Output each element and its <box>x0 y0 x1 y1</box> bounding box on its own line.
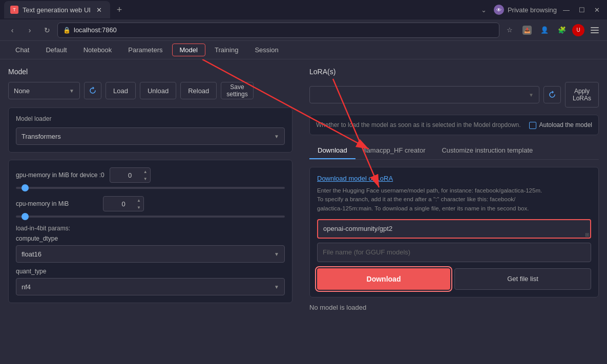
tab-customize[interactable]: Customize instruction template <box>433 142 541 159</box>
unload-button[interactable]: Unload <box>140 82 176 99</box>
tab-llamacpp[interactable]: llamacpp_HF creator <box>355 142 434 159</box>
model-select-arrow: ▼ <box>69 88 74 94</box>
svg-text:👁: 👁 <box>496 7 501 13</box>
gpu-memory-input[interactable]: 0 ▲ ▼ <box>110 167 151 183</box>
autoload-checkbox-row: Autoload the model <box>529 120 592 130</box>
close-tab-button[interactable]: ✕ <box>95 5 104 14</box>
lock-icon: 🔒 <box>63 27 71 34</box>
load-4bit-title: load-in-4bit params: <box>16 225 285 232</box>
nav-bar: ‹ › ↻ 🔒 localhost:7860 ☆ 📥 👤 🧩 U <box>0 19 607 41</box>
new-tab-button[interactable]: + <box>112 3 127 17</box>
lora-select[interactable]: ▼ <box>309 86 539 103</box>
svg-text:📥: 📥 <box>524 27 531 34</box>
forward-button[interactable]: › <box>23 23 37 37</box>
cpu-memory-thumb[interactable] <box>22 213 29 220</box>
gpu-memory-up[interactable]: ▲ <box>142 168 149 175</box>
cpu-memory-slider[interactable] <box>16 216 285 218</box>
download-model-link[interactable]: Download model or LoRA <box>317 175 591 182</box>
minimize-button[interactable]: — <box>560 6 573 14</box>
refresh-button[interactable]: ↻ <box>40 23 54 37</box>
left-panel: Model None ▼ Load Unload Reload Save s <box>0 59 301 364</box>
compute-dtype-select[interactable]: float16 ▼ <box>16 245 285 263</box>
cpu-memory-spinners[interactable]: ▲ ▼ <box>135 197 142 211</box>
resize-handle[interactable]: ⊞ <box>585 232 589 238</box>
menu-item-notebook[interactable]: Notebook <box>76 44 119 56</box>
memory-params-card: gpu-memory in MiB for device :0 0 ▲ ▼ <box>8 160 292 303</box>
account-button[interactable]: 👤 <box>537 23 552 37</box>
cpu-memory-label: cpu-memory in MiB <box>16 200 98 207</box>
autoload-row: Whether to load the model as soon as it … <box>309 115 599 135</box>
apply-loras-button[interactable]: ApplyLoRAs <box>565 82 599 108</box>
right-panel: LoRA(s) ▼ ApplyLoRAs Whether <box>301 59 607 364</box>
model-select-value: None <box>14 87 30 95</box>
address-bar[interactable]: 🔒 localhost:7860 <box>57 23 499 38</box>
compute-dtype-label: compute_dtype <box>16 235 285 242</box>
model-path-wrapper: openai-community/gpt2 ⊞ <box>317 219 591 239</box>
menu-icon[interactable] <box>588 23 602 37</box>
file-name-input[interactable]: File name (for GGUF models) <box>317 243 591 262</box>
svg-rect-5 <box>591 30 599 31</box>
menu-item-parameters[interactable]: Parameters <box>121 44 170 56</box>
quant-type-select[interactable]: nf4 ▼ <box>16 278 285 295</box>
refresh-icon <box>89 87 97 95</box>
model-select[interactable]: None ▼ <box>8 82 80 99</box>
menu-item-chat[interactable]: Chat <box>8 44 36 56</box>
maximize-button[interactable]: ☐ <box>576 6 588 14</box>
autoload-checkbox[interactable] <box>529 122 536 129</box>
load-button[interactable]: Load <box>106 82 136 99</box>
autoload-text: Whether to load the model as soon as it … <box>316 120 525 130</box>
menu-item-session[interactable]: Session <box>247 44 285 56</box>
back-button[interactable]: ‹ <box>5 23 19 37</box>
model-loader-card: Model loader Transformers ▼ <box>8 108 292 153</box>
quant-type-value: nf4 <box>22 283 31 291</box>
favicon: T <box>10 6 18 14</box>
lora-refresh-button[interactable] <box>543 86 561 103</box>
extensions-button[interactable]: 🧩 <box>555 23 569 37</box>
gpu-memory-slider-container <box>16 187 285 189</box>
tab-download[interactable]: Download <box>309 142 355 159</box>
main-content-wrapper: Model None ▼ Load Unload Reload Save s <box>0 59 607 364</box>
url-text: localhost:7860 <box>74 26 117 34</box>
gpu-memory-down[interactable]: ▼ <box>142 175 149 182</box>
model-selector-row: None ▼ Load Unload Reload Save settings <box>8 82 292 99</box>
loader-value: Transformers <box>22 133 61 140</box>
save-settings-button[interactable]: Save settings <box>221 82 253 99</box>
private-icon: 👁 <box>493 4 505 15</box>
loader-section-title: Model loader <box>16 115 285 122</box>
gpu-memory-spinners[interactable]: ▲ ▼ <box>142 168 149 182</box>
download-tabs: Download llamacpp_HF creator Customize i… <box>309 142 599 160</box>
gpu-memory-thumb[interactable] <box>22 184 29 191</box>
tab-bar: T Text generation web UI ✕ + ⌄ 👁 Private… <box>0 0 607 19</box>
lora-row: ▼ ApplyLoRAs <box>309 82 599 108</box>
cpu-memory-down[interactable]: ▼ <box>135 204 142 211</box>
gpu-memory-slider[interactable] <box>16 187 285 189</box>
svg-rect-6 <box>591 32 599 33</box>
tabs-dropdown-button[interactable]: ⌄ <box>477 3 491 17</box>
close-window-button[interactable]: ✕ <box>591 6 603 14</box>
app-menu-bar: Chat Default Notebook Parameters Model T… <box>0 41 607 59</box>
pocket-icon: 📥 <box>522 26 532 35</box>
svg-rect-4 <box>591 27 599 28</box>
download-buttons-row: Download Get file list <box>317 268 591 290</box>
download-button[interactable]: Download <box>317 268 450 290</box>
menu-item-model[interactable]: Model <box>172 44 205 56</box>
private-browsing-indicator: 👁 Private browsing — ☐ ✕ <box>493 4 603 15</box>
model-refresh-button[interactable] <box>84 82 101 99</box>
cpu-memory-up[interactable]: ▲ <box>135 197 142 204</box>
gpu-memory-value: 0 <box>128 172 132 179</box>
compute-dtype-value: float16 <box>22 250 41 258</box>
loader-select[interactable]: Transformers ▼ <box>16 127 285 145</box>
gpu-memory-row: gpu-memory in MiB for device :0 0 ▲ ▼ <box>16 167 285 183</box>
model-path-input[interactable]: openai-community/gpt2 ⊞ <box>317 219 591 239</box>
quant-type-label: quant_type <box>16 268 285 275</box>
bookmark-button[interactable]: ☆ <box>503 23 517 37</box>
pocket-button[interactable]: 📥 <box>520 23 534 37</box>
get-file-list-button[interactable]: Get file list <box>454 268 591 290</box>
menu-item-training[interactable]: Training <box>207 44 245 56</box>
browser-tab[interactable]: T Text generation web UI ✕ <box>4 1 110 18</box>
download-description: Enter the Hugging Face username/model pa… <box>317 186 591 213</box>
cpu-memory-input[interactable]: 0 ▲ ▼ <box>103 196 144 211</box>
addon-button[interactable]: U <box>572 24 584 36</box>
reload-button[interactable]: Reload <box>180 82 217 99</box>
menu-item-default[interactable]: Default <box>38 44 74 56</box>
